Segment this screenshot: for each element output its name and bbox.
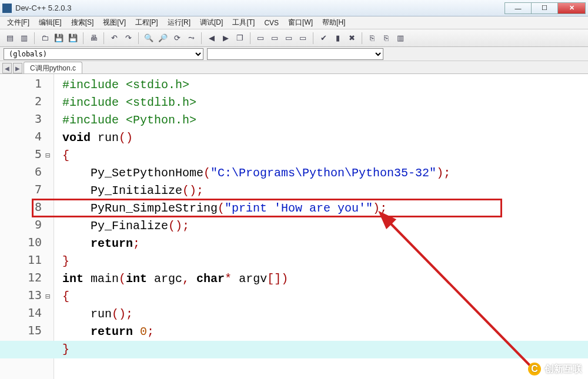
- code-line[interactable]: {: [62, 147, 588, 165]
- new-template-button[interactable]: ⎘: [380, 32, 393, 45]
- line-number: 14: [12, 306, 42, 320]
- line-number: 12: [12, 270, 42, 284]
- stop-button[interactable]: ✖: [345, 32, 358, 45]
- gutter: 12345⊟678910111213⊟141516: [0, 74, 54, 379]
- menu-tools[interactable]: 工具[T]: [228, 16, 259, 29]
- debug-button[interactable]: ✔: [317, 32, 330, 45]
- redo-button[interactable]: ↷: [122, 32, 135, 45]
- line-number: 4: [12, 129, 42, 143]
- code-line[interactable]: return 0;: [62, 323, 588, 341]
- class-browser-bar: (globals): [0, 47, 588, 61]
- findnext-button[interactable]: ⟳: [171, 32, 183, 45]
- line-number: 11: [12, 253, 42, 267]
- menu-project[interactable]: 工程[P]: [131, 16, 163, 29]
- find-button[interactable]: 🔍: [142, 32, 155, 45]
- line-number: 10: [12, 235, 42, 249]
- window-maximize-button[interactable]: [531, 2, 558, 14]
- window-title: Dev-C++ 5.2.0.3: [15, 4, 505, 12]
- new-class-button[interactable]: ⎘: [366, 32, 379, 45]
- options-button[interactable]: ▥: [394, 32, 407, 45]
- window-minimize-button[interactable]: [505, 2, 532, 14]
- line-number: 9: [12, 217, 42, 232]
- menu-run[interactable]: 运行[R]: [163, 16, 195, 29]
- tab-scroll-right[interactable]: ▶: [13, 63, 22, 73]
- replace-button[interactable]: 🔎: [156, 32, 169, 45]
- code-line[interactable]: #include <stdio.h>: [62, 76, 588, 94]
- menu-cvs[interactable]: CVS: [259, 18, 283, 28]
- compile-run-button[interactable]: ▭: [282, 32, 295, 45]
- editor-tabstrip: ◀ ▶ C调用python.c: [0, 61, 588, 74]
- code-line[interactable]: #include <stdlib.h>: [62, 94, 588, 112]
- goto-button[interactable]: ⤳: [185, 32, 198, 45]
- save-all-button[interactable]: 💾: [66, 32, 79, 45]
- code-line[interactable]: PyRun_SimpleString("print 'How are you'"…: [62, 200, 588, 217]
- undo-button[interactable]: ↶: [108, 32, 121, 45]
- fold-toggle[interactable]: ⊟: [44, 291, 51, 301]
- member-combo[interactable]: [207, 48, 383, 60]
- save-button[interactable]: 💾: [52, 32, 65, 45]
- forward-button[interactable]: ▶: [219, 32, 232, 45]
- open-button[interactable]: 🗀: [38, 32, 51, 45]
- editor-tab-active[interactable]: C调用python.c: [24, 62, 82, 73]
- line-number: 6: [12, 165, 42, 179]
- code-editor[interactable]: 12345⊟678910111213⊟141516 #include <stdi…: [0, 74, 588, 379]
- toolbar: ▤ ▥ 🗀 💾 💾 🖶 ↶ ↷ 🔍 🔎 ⟳ ⤳ ◀ ▶ ❐ ▭ ▭ ▭ ▭ ✔ …: [0, 29, 588, 47]
- line-number: 1: [12, 76, 42, 90]
- code-line[interactable]: return;: [62, 235, 588, 253]
- menu-search[interactable]: 搜索[S]: [66, 16, 99, 29]
- line-number: 2: [12, 94, 42, 108]
- menubar: 文件[F] 编辑[E] 搜索[S] 视图[V] 工程[P] 运行[R] 调试[D…: [0, 16, 588, 29]
- window-titlebar: Dev-C++ 5.2.0.3: [0, 0, 588, 16]
- code-line[interactable]: }: [62, 253, 588, 270]
- print-button[interactable]: 🖶: [87, 32, 100, 45]
- profile-button[interactable]: ▮: [331, 32, 344, 45]
- code-line[interactable]: Py_Finalize();: [62, 217, 588, 235]
- new-file-button[interactable]: ▤: [4, 32, 16, 45]
- scope-combo[interactable]: (globals): [4, 48, 203, 60]
- line-number: 8: [12, 200, 42, 214]
- menu-edit[interactable]: 编辑[E]: [34, 16, 66, 29]
- run-button[interactable]: ▭: [268, 32, 281, 45]
- fold-toggle[interactable]: ⊟: [44, 150, 51, 160]
- code-line[interactable]: run();: [62, 306, 588, 323]
- code-line[interactable]: int main(int argc, char* argv[]): [62, 270, 588, 288]
- code-line[interactable]: }: [62, 341, 588, 358]
- menu-window[interactable]: 窗口[W]: [283, 16, 318, 29]
- code-line[interactable]: #include <Python.h>: [62, 112, 588, 129]
- menu-file[interactable]: 文件[F]: [2, 16, 34, 29]
- line-number: 15: [12, 323, 42, 337]
- line-number: 7: [12, 182, 42, 196]
- watermark-text: 创新互联: [544, 363, 582, 375]
- tab-scroll-left[interactable]: ◀: [2, 63, 12, 73]
- app-icon: [2, 4, 12, 13]
- code-line[interactable]: {: [62, 288, 588, 306]
- line-number: 5: [12, 147, 42, 161]
- new-project-button[interactable]: ▥: [18, 32, 31, 45]
- rebuild-button[interactable]: ▭: [296, 32, 309, 45]
- code-line[interactable]: void run(): [62, 129, 588, 147]
- line-number: 13: [12, 288, 42, 302]
- watermark: C 创新互联: [528, 363, 582, 375]
- watermark-icon: C: [528, 363, 541, 375]
- menu-debug[interactable]: 调试[D]: [195, 16, 228, 29]
- bookmark-button[interactable]: ❐: [233, 32, 246, 45]
- menu-help[interactable]: 帮助[H]: [318, 16, 350, 29]
- code-line[interactable]: Py_SetPythonHome("C:\Programs\Python\Pyt…: [62, 165, 588, 182]
- menu-view[interactable]: 视图[V]: [98, 16, 131, 29]
- line-number: 3: [12, 112, 42, 126]
- window-close-button[interactable]: [557, 2, 586, 14]
- code-area[interactable]: #include <stdio.h>#include <stdlib.h>#in…: [54, 74, 588, 358]
- compile-button[interactable]: ▭: [254, 32, 267, 45]
- code-line[interactable]: Py_Initialize();: [62, 182, 588, 200]
- back-button[interactable]: ◀: [205, 32, 218, 45]
